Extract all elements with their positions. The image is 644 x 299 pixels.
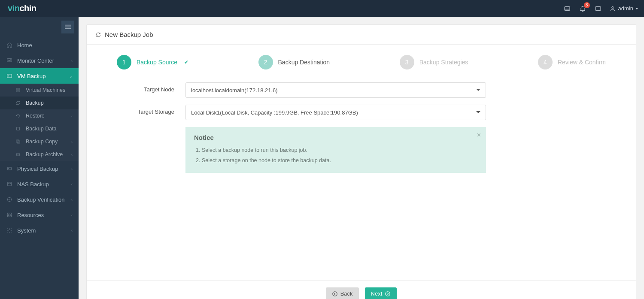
svg-rect-18 — [8, 183, 11, 184]
step-backup-strategies[interactable]: 3 Backup Strategies — [400, 55, 468, 69]
svg-rect-14 — [17, 154, 20, 156]
step-number: 2 — [258, 55, 273, 69]
vm-backup-submenu: Virtual Machines Backup Restore ‹ Backup… — [0, 84, 79, 161]
wizard-stepper: 1 Backup Source ✔ 2 Backup Destination 3… — [100, 55, 623, 82]
svg-rect-6 — [7, 58, 12, 62]
step-number: 1 — [117, 55, 131, 69]
sidebar-item-label: Physical Backup — [17, 166, 58, 172]
sidebar-item-backup[interactable]: Backup — [0, 97, 79, 109]
sidebar-item-label: Backup Data — [26, 126, 57, 132]
sidebar-item-label: VM Backup — [17, 73, 46, 79]
svg-rect-20 — [7, 213, 9, 214]
sidebar-item-label: Home — [17, 42, 32, 48]
chevron-left-icon: ‹ — [71, 58, 73, 63]
step-backup-destination[interactable]: 2 Backup Destination — [258, 55, 330, 69]
svg-rect-10 — [17, 127, 20, 130]
svg-rect-3 — [65, 25, 71, 26]
svg-rect-9 — [16, 91, 20, 92]
notifications-icon[interactable]: 3 — [579, 5, 586, 12]
notice-panel: × Notice Select a backup node to run thi… — [185, 127, 486, 173]
sidebar-item-home[interactable]: Home — [0, 37, 79, 53]
svg-rect-7 — [7, 74, 12, 78]
nas-icon — [6, 181, 13, 187]
sidebar-item-label: Monitor Center — [17, 57, 54, 64]
svg-rect-12 — [16, 140, 19, 142]
chevron-left-icon: ‹ — [71, 152, 73, 157]
sidebar-item-label: Backup Copy — [26, 139, 58, 145]
sidebar-item-virtual-machines[interactable]: Virtual Machines — [0, 84, 79, 97]
step-number: 3 — [400, 55, 414, 69]
chevron-left-icon: ‹ — [71, 228, 73, 233]
gear-icon — [6, 227, 13, 234]
svg-rect-11 — [17, 141, 20, 143]
svg-point-16 — [8, 168, 9, 169]
sidebar-item-label: Backup — [26, 100, 44, 106]
step-label: Review & Confirm — [558, 59, 606, 66]
home-icon — [6, 42, 13, 48]
sidebar-item-backup-copy[interactable]: Backup Copy ‹ — [0, 135, 79, 148]
target-node-value: localhost.localdomain(172.18.21.6) — [191, 87, 278, 94]
step-label: Backup Strategies — [419, 59, 468, 66]
refresh-icon — [95, 32, 101, 38]
monitor-icon — [6, 57, 13, 64]
target-storage-value: Local Disk1(Local Disk, Capacity :199.9G… — [191, 109, 358, 116]
back-button[interactable]: Back — [326, 287, 359, 299]
chevron-left-icon: ‹ — [71, 114, 73, 118]
svg-rect-17 — [7, 182, 11, 186]
sidebar-item-restore[interactable]: Restore ‹ — [0, 109, 79, 122]
notice-close-icon[interactable]: × — [477, 131, 481, 139]
sidebar-item-backup-archive[interactable]: Backup Archive ‹ — [0, 148, 79, 161]
sidebar-item-label: NAS Backup — [17, 181, 49, 187]
fullscreen-icon[interactable] — [594, 5, 602, 12]
svg-rect-23 — [10, 215, 12, 217]
sidebar-item-backup-data[interactable]: Backup Data — [0, 122, 79, 135]
step-number: 4 — [538, 55, 553, 69]
chevron-left-icon: ‹ — [71, 213, 73, 217]
user-name: admin — [618, 5, 633, 12]
target-storage-select[interactable]: Local Disk1(Local Disk, Capacity :199.9G… — [185, 105, 486, 120]
svg-rect-8 — [16, 88, 20, 90]
step-backup-source[interactable]: 1 Backup Source ✔ — [117, 55, 188, 69]
target-node-select[interactable]: localhost.localdomain(172.18.21.6) — [185, 82, 486, 98]
step-review-confirm[interactable]: 4 Review & Confirm — [538, 55, 606, 69]
next-button[interactable]: Next — [365, 287, 397, 299]
sidebar-item-vm-backup[interactable]: VM Backup ⌄ — [0, 68, 79, 84]
resources-icon — [6, 211, 13, 218]
sidebar-item-resources[interactable]: Resources ‹ — [0, 207, 79, 223]
verify-icon — [6, 196, 13, 203]
target-node-label: Target Node — [100, 82, 185, 98]
check-icon: ✔ — [184, 59, 188, 65]
chevron-down-icon: ⌄ — [69, 74, 73, 79]
svg-point-2 — [611, 6, 614, 9]
svg-rect-4 — [65, 27, 71, 27]
svg-point-26 — [386, 291, 390, 296]
user-menu[interactable]: admin ▾ — [610, 5, 638, 12]
svg-rect-0 — [565, 6, 570, 10]
sidebar-item-nas-backup[interactable]: NAS Backup ‹ — [0, 176, 79, 192]
sidebar-toggle[interactable] — [61, 21, 74, 33]
physical-icon — [6, 165, 13, 172]
chevron-left-icon: ‹ — [71, 166, 73, 171]
brand-logo: vinchin — [8, 3, 36, 13]
sidebar-item-label: Backup Verification — [17, 196, 65, 203]
notice-item: Select a backup node to run this backup … — [202, 145, 477, 156]
sidebar-item-label: Backup Archive — [26, 151, 63, 157]
notification-badge: 3 — [584, 2, 590, 8]
sidebar-item-physical-backup[interactable]: Physical Backup ‹ — [0, 161, 79, 176]
step-label: Backup Source — [137, 59, 177, 66]
sidebar-item-system[interactable]: System ‹ — [0, 223, 79, 238]
sidebar-item-backup-verification[interactable]: Backup Verification ‹ — [0, 192, 79, 207]
sidebar-item-label: Virtual Machines — [26, 87, 65, 93]
archive-icon — [15, 151, 21, 158]
notice-title: Notice — [194, 134, 477, 141]
sidebar-item-label: System — [17, 227, 36, 234]
restore-icon — [15, 112, 21, 119]
next-button-label: Next — [371, 290, 383, 297]
svg-rect-1 — [595, 6, 601, 10]
messages-icon[interactable] — [563, 5, 571, 12]
sidebar-item-label: Restore — [26, 113, 45, 119]
copy-icon — [15, 138, 21, 145]
refresh-icon — [15, 100, 21, 106]
sidebar-item-monitor-center[interactable]: Monitor Center ‹ — [0, 53, 79, 68]
sidebar: Home Monitor Center ‹ VM Backup ⌄ Virtua… — [0, 17, 79, 299]
